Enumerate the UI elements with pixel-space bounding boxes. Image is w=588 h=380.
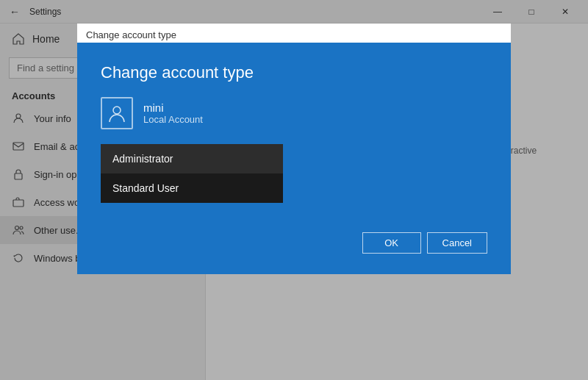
- dialog-user-row: mini Local Account: [101, 97, 487, 129]
- dialog-user-account-type: Local Account: [143, 114, 203, 125]
- account-type-dropdown[interactable]: Administrator Standard User: [101, 144, 283, 203]
- cancel-button[interactable]: Cancel: [427, 232, 487, 254]
- svg-point-9: [113, 107, 121, 114]
- avatar: [101, 97, 133, 129]
- dialog-user-info: mini Local Account: [143, 101, 203, 125]
- dialog-title: Change account type: [101, 63, 487, 82]
- dialog-titlebar-label: Change account type: [86, 29, 176, 40]
- dialog-user-name: mini: [143, 101, 203, 114]
- dialog-buttons: OK Cancel: [101, 232, 487, 254]
- dropdown-item-administrator[interactable]: Administrator: [101, 144, 283, 173]
- dropdown-item-standard-user[interactable]: Standard User: [101, 173, 283, 203]
- change-account-dialog: Change account type mini Local Account A…: [77, 43, 511, 274]
- ok-button[interactable]: OK: [362, 232, 421, 254]
